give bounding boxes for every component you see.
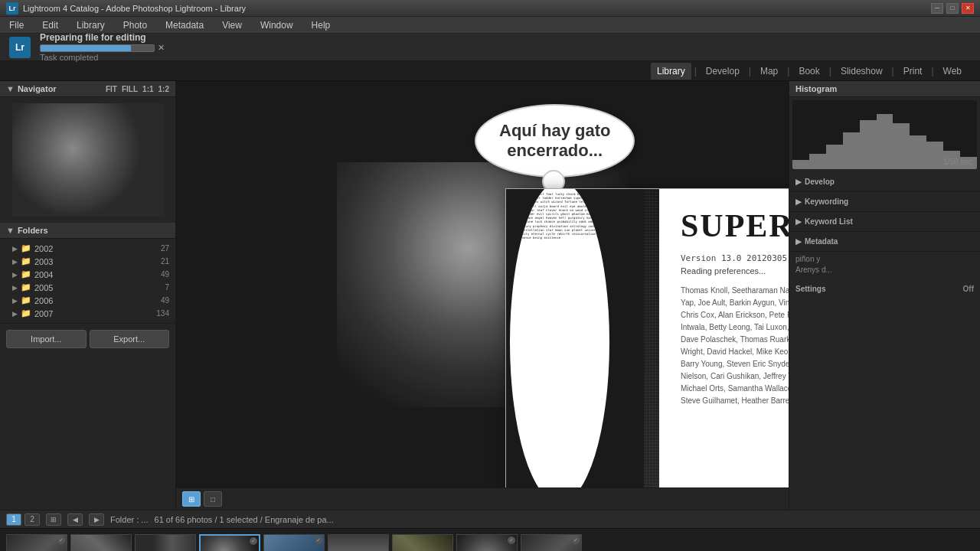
film-badge: ✓ [250, 537, 257, 545]
folder-count: 49 [161, 296, 169, 305]
folder-header: ▼ Folders [0, 223, 175, 239]
folder-icon: 📁 [21, 269, 31, 279]
navigator-collapse-arrow[interactable]: ▼ [6, 84, 15, 93]
menu-window[interactable]: Window [257, 18, 296, 32]
right-misc-1: piñon y [795, 255, 974, 263]
page-1[interactable]: 1 [6, 514, 21, 526]
grid-view-button[interactable]: ⊞ [182, 491, 201, 507]
develop-section-header[interactable]: ▶ Develop [795, 175, 974, 188]
minimize-button[interactable]: ─ [931, 3, 943, 14]
keyword-list-collapse-arrow: ▶ [795, 217, 802, 226]
folder-icon: 📁 [21, 256, 31, 266]
navigator-header: ▼ Navigator FIT FILL 1:1 1:2 [0, 81, 175, 97]
filmstrip: ★★★★★ ✓ ★★★★★ ★★★★★ ★★★★★ ✓ ★★★★★ ✓ ★★★★… [0, 528, 980, 551]
folder-count: 49 [161, 270, 169, 279]
film-thumb-2[interactable]: ★★★★★ [70, 534, 132, 551]
folder-collapse-arrow[interactable]: ▼ [6, 226, 15, 235]
right-panel-misc: piñon y Arenys d... [789, 252, 980, 279]
menu-file[interactable]: File [6, 18, 27, 32]
keywording-section-header[interactable]: ▶ Keywording [795, 195, 974, 208]
close-button[interactable]: ✕ [962, 3, 974, 14]
film-thumb-7[interactable]: ★★★★★ [392, 534, 453, 551]
film-thumb-9[interactable]: ★★★★★ ✓ [521, 534, 582, 551]
module-develop[interactable]: Develop [700, 63, 746, 80]
module-web[interactable]: Web [937, 63, 968, 80]
next-button[interactable]: ▶ [89, 514, 104, 526]
titlebar: Lr Lightroom 4 Catalog - Adobe Photoshop… [0, 0, 980, 17]
nav-ratio[interactable]: 1:2 [158, 85, 169, 93]
task-info: Preparing file for editing ✕ Task comple… [40, 32, 971, 62]
nav-fill[interactable]: FILL [122, 85, 138, 93]
folder-item-2002[interactable]: ▶ 📁 2002 27 [0, 242, 175, 255]
progress-cancel[interactable]: ✕ [158, 43, 165, 53]
keyword-list-label: Keyword List [805, 217, 853, 226]
task-title: Preparing file for editing [40, 32, 971, 43]
lr-badge: Lr [9, 37, 31, 58]
folder-arrow: ▶ [12, 245, 18, 253]
menubar: File Edit Library Photo Metadata View Wi… [0, 17, 980, 34]
module-tabs: Library | Develop | Map | Book | Slidesh… [0, 61, 980, 81]
task-sub: Task completed [40, 53, 971, 62]
keywording-label: Keywording [805, 197, 848, 206]
app-icon: Lr [6, 2, 18, 15]
menu-view[interactable]: View [219, 18, 245, 32]
menu-photo[interactable]: Photo [120, 18, 150, 32]
menu-help[interactable]: Help [309, 18, 334, 32]
prev-button[interactable]: ◀ [67, 514, 83, 526]
hist-bar [926, 142, 943, 169]
folder-item-2004[interactable]: ▶ 📁 2004 49 [0, 268, 175, 281]
menu-edit[interactable]: Edit [39, 18, 61, 32]
main-area: ▼ Navigator FIT FILL 1:1 1:2 ▼ Folders [0, 81, 980, 510]
folder-item-2005[interactable]: ▶ 📁 2005 7 [0, 281, 175, 294]
folder-arrow: ▶ [12, 258, 18, 266]
import-button[interactable]: Import... [6, 330, 87, 348]
module-book[interactable]: Book [792, 63, 825, 80]
about-reading: Reading preferences... [681, 266, 789, 276]
folder-year: 2005 [34, 283, 53, 292]
progress-bar-wrap: ✕ [40, 43, 971, 53]
menu-metadata[interactable]: Metadata [162, 18, 207, 32]
export-button[interactable]: Export... [90, 330, 170, 348]
film-thumb-5[interactable]: ★★★★★ ✓ [263, 534, 325, 551]
film-thumb-1[interactable]: ★★★★★ ✓ [6, 534, 67, 551]
text-art-figure: evil eye curse rabbit foot lucky charm b… [506, 189, 659, 487]
folder-year: 2002 [34, 244, 53, 253]
folder-item-2003[interactable]: ▶ 📁 2003 21 [0, 255, 175, 268]
nav-1to1[interactable]: 1:1 [142, 85, 153, 93]
film-thumb-8[interactable]: ★★★★★ ✓ [456, 534, 518, 551]
maximize-button[interactable]: □ [946, 3, 959, 14]
histogram-label: Histogram [795, 84, 837, 93]
module-slideshow[interactable]: Slideshow [835, 63, 889, 80]
folder-item-2007[interactable]: ▶ 📁 2007 134 [0, 307, 175, 320]
film-thumb-3[interactable]: ★★★★★ [135, 534, 196, 551]
navigator-label: Navigator [18, 84, 57, 93]
grid-toggle-button[interactable]: ⊞ [46, 514, 61, 526]
menu-library[interactable]: Library [74, 18, 108, 32]
module-print[interactable]: Print [897, 63, 929, 80]
film-thumb-6[interactable]: ★★★★★ [328, 534, 389, 551]
page-2[interactable]: 2 [24, 514, 40, 526]
film-thumb-img [71, 535, 131, 551]
settings-section-header[interactable]: Settings Off [795, 282, 974, 295]
right-panel: Histogram 1/50 sec ▶ Develop [789, 81, 980, 510]
about-version: Version 13.0 20120305.m.415 2012/03/05/2… [681, 253, 789, 263]
navigator-controls: FIT FILL 1:1 1:2 [106, 85, 169, 93]
metadata-section-header[interactable]: ▶ Metadata [795, 235, 974, 248]
about-content: Superstition Version 13.0 20120305.m.415… [659, 189, 789, 487]
hist-bar [877, 114, 893, 169]
hist-bar [860, 120, 877, 169]
folder-item-2006[interactable]: ▶ 📁 2006 49 [0, 294, 175, 307]
film-thumb-img [136, 535, 195, 551]
module-library[interactable]: Library [651, 63, 691, 80]
about-dialog[interactable]: evil eye curse rabbit foot lucky charm b… [505, 188, 789, 487]
about-art-design: evil eye curse rabbit foot lucky charm b… [506, 189, 659, 487]
keyword-list-section-header[interactable]: ▶ Keyword List [795, 215, 974, 228]
photo-count: 61 of 66 photos / 1 selected / Engranaje… [155, 515, 334, 524]
loupe-view-button[interactable]: □ [204, 491, 222, 507]
folder-year: 2007 [34, 309, 53, 318]
left-panel: ▼ Navigator FIT FILL 1:1 1:2 ▼ Folders [0, 81, 176, 510]
nav-fit[interactable]: FIT [106, 85, 117, 93]
module-map[interactable]: Map [754, 63, 784, 80]
folder-icon: 📁 [21, 295, 31, 305]
film-thumb-4[interactable]: ★★★★★ ✓ [199, 534, 260, 551]
